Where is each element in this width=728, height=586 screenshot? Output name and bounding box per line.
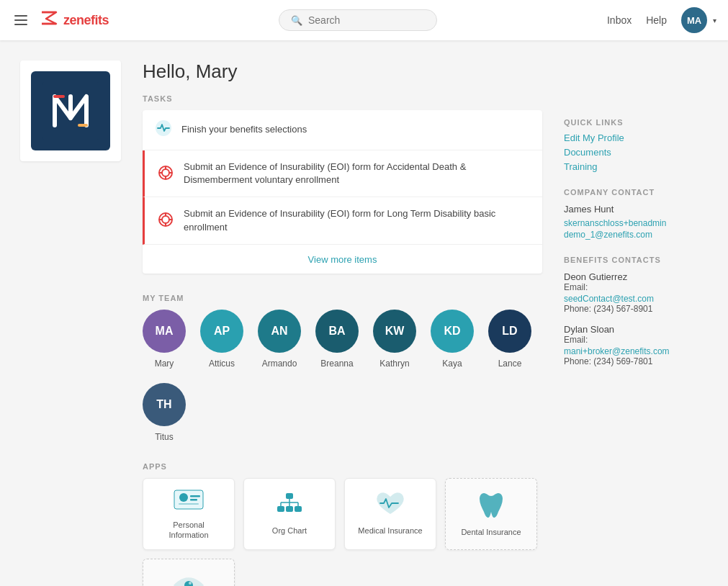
team-member[interactable]: TH Titus xyxy=(143,383,186,442)
header-right: Inbox Help MA ▾ xyxy=(607,7,716,33)
apps-label: APPS xyxy=(143,462,542,471)
benefit-contact: Deon Gutierrez Email: seedContact@test.c… xyxy=(564,271,708,314)
inbox-link[interactable]: Inbox xyxy=(607,14,632,26)
search-icon: 🔍 xyxy=(291,15,302,26)
apps-grid: PersonalInformation xyxy=(143,478,542,586)
member-avatar: AP xyxy=(200,310,243,353)
svg-point-20 xyxy=(179,493,188,502)
team-member[interactable]: AN Armando xyxy=(258,310,301,369)
svg-rect-24 xyxy=(286,493,293,499)
app-label: Medical Insurance xyxy=(358,526,422,536)
benefit-email-label: Email: xyxy=(564,282,708,292)
search-bar[interactable]: 🔍 xyxy=(279,9,437,31)
documents-link[interactable]: Documents xyxy=(564,147,708,158)
svg-rect-21 xyxy=(190,495,200,497)
team-members: MA Mary AP Atticus AN Armando BA Breanna… xyxy=(143,310,542,442)
logo-icon xyxy=(39,9,59,31)
app-label: Dental Insurance xyxy=(461,527,521,537)
search-input[interactable] xyxy=(308,14,416,26)
team-member[interactable]: AP Atticus xyxy=(200,310,243,369)
view-more-link[interactable]: View more items xyxy=(308,254,377,265)
app-dental-insurance[interactable]: Dental Insurance xyxy=(445,478,537,550)
benefit-phone: Phone: (234) 569-7801 xyxy=(564,356,708,366)
team-member[interactable]: KD Kaya xyxy=(431,310,474,369)
lifebuoy-icon xyxy=(158,212,174,230)
team-member[interactable]: BA Breanna xyxy=(315,310,359,369)
task-item[interactable]: Finish your benefits selections xyxy=(143,110,542,150)
logo[interactable]: zenefits xyxy=(39,9,109,31)
app-medical-insurance[interactable]: Medical Insurance xyxy=(344,478,436,550)
tooth-icon xyxy=(478,490,504,521)
team-member[interactable]: LD Lance xyxy=(488,310,531,369)
member-name: Atticus xyxy=(209,359,235,369)
task-text: Finish your benefits selections xyxy=(181,123,307,136)
training-link[interactable]: Training xyxy=(564,161,708,172)
app-label: PersonalInformation xyxy=(168,520,208,541)
app-label: Org Chart xyxy=(272,526,307,536)
quick-links-label: QUICK LINKS xyxy=(564,118,708,127)
svg-rect-19 xyxy=(174,490,203,509)
member-avatar: MA xyxy=(143,310,186,353)
task-item[interactable]: Submit an Evidence of Insurability (EOI)… xyxy=(143,150,542,197)
member-avatar: TH xyxy=(143,383,186,426)
member-name: Kaya xyxy=(442,359,462,369)
app-vision-insurance[interactable]: Vision Insurance xyxy=(143,559,235,586)
app-org-chart[interactable]: Org Chart xyxy=(243,478,336,550)
user-menu[interactable]: MA ▾ xyxy=(681,7,716,33)
team-member[interactable]: MA Mary xyxy=(143,310,186,369)
tasks-container: Finish your benefits selections Submit a… xyxy=(143,110,542,274)
svg-rect-22 xyxy=(190,499,197,501)
header-left: zenefits xyxy=(12,9,109,31)
svg-rect-26 xyxy=(286,506,293,512)
benefit-contact: Dylan Sloan Email: mani+broker@zenefits.… xyxy=(564,324,708,366)
svg-rect-25 xyxy=(277,506,284,512)
my-team-section: MY TEAM MA Mary AP Atticus AN Armando BA… xyxy=(143,294,542,442)
member-name: Armando xyxy=(262,359,297,369)
right-panel: QUICK LINKS Edit My Profile Documents Tr… xyxy=(564,60,708,586)
member-name: Breanna xyxy=(320,359,353,369)
page-title: Hello, Mary xyxy=(143,60,542,83)
logo-inner xyxy=(31,71,110,150)
member-name: Titus xyxy=(155,432,174,442)
header-center: 🔍 xyxy=(109,9,607,31)
member-avatar: KD xyxy=(431,310,474,353)
company-contact-label: COMPANY CONTACT xyxy=(564,188,708,197)
member-name: Lance xyxy=(498,359,522,369)
chevron-down-icon[interactable]: ▾ xyxy=(713,17,716,24)
benefit-email[interactable]: mani+broker@zenefits.com xyxy=(564,346,670,356)
tasks-label: TASKS xyxy=(143,94,542,103)
benefit-phone: Phone: (234) 567-8901 xyxy=(564,304,708,314)
task-text: Submit an Evidence of Insurability (EOI)… xyxy=(184,161,529,186)
benefit-email-label: Email: xyxy=(564,335,708,345)
benefits-contacts-label: BENEFITS CONTACTS xyxy=(564,256,708,264)
org-icon xyxy=(274,492,305,520)
view-more[interactable]: View more items xyxy=(143,245,542,274)
avatar[interactable]: MA xyxy=(681,7,707,33)
id-card-icon xyxy=(173,487,205,514)
lifebuoy-icon xyxy=(158,165,174,183)
svg-rect-27 xyxy=(295,506,302,512)
benefit-email[interactable]: seedContact@test.com xyxy=(564,294,654,304)
task-item[interactable]: Submit an Evidence of Insurability (EOI)… xyxy=(143,197,542,244)
help-link[interactable]: Help xyxy=(646,14,667,26)
benefit-contact-name: Deon Gutierrez xyxy=(564,271,708,282)
member-avatar: KW xyxy=(373,310,416,353)
contact-email[interactable]: skernanschloss+benadmindemo_1@zenefits.c… xyxy=(564,218,666,240)
quick-links-section: QUICK LINKS Edit My Profile Documents Tr… xyxy=(564,118,708,172)
logo-text: zenefits xyxy=(63,13,109,28)
member-name: Mary xyxy=(155,359,174,369)
content-area: Hello, Mary TASKS Finish your benefits s… xyxy=(143,60,542,586)
heart-pulse-icon xyxy=(373,492,408,520)
header: zenefits 🔍 Inbox Help MA ▾ xyxy=(0,0,728,40)
apps-section: APPS PersonalInformation xyxy=(143,462,542,586)
member-avatar: AN xyxy=(258,310,301,353)
app-personal-info[interactable]: PersonalInformation xyxy=(143,478,235,550)
edit-profile-link[interactable]: Edit My Profile xyxy=(564,132,708,143)
company-contact-section: COMPANY CONTACT James Hunt skernanschlos… xyxy=(564,188,708,240)
main-layout: Hello, Mary TASKS Finish your benefits s… xyxy=(0,40,728,586)
benefit-contact-name: Dylan Sloan xyxy=(564,324,708,335)
hamburger-menu[interactable] xyxy=(12,12,30,28)
team-member[interactable]: KW Kathryn xyxy=(373,310,416,369)
svg-point-14 xyxy=(162,216,169,223)
my-team-label: MY TEAM xyxy=(143,294,542,302)
